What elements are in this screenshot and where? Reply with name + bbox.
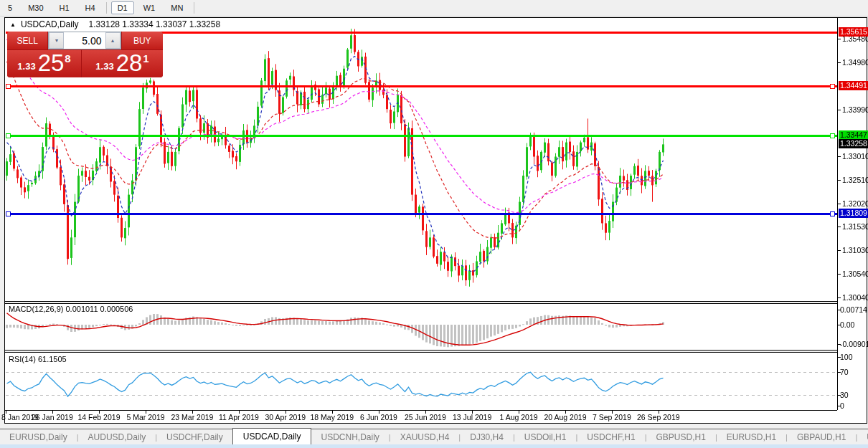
- price-axis-label: 1.30540: [842, 270, 868, 278]
- rsi-axis-label: 70: [840, 368, 849, 376]
- tab-usdoil-h1[interactable]: USDOil,H1: [515, 430, 576, 444]
- sell-price-pip: 8: [65, 52, 70, 65]
- rsi-axis-label: 30: [840, 391, 849, 399]
- date-axis-label: 6 Jun 2019: [360, 413, 397, 421]
- timeframe-button-H1[interactable]: H1: [53, 1, 76, 14]
- tab-usdchf-daily[interactable]: USDCHF,Daily: [157, 430, 232, 444]
- chart-ohlc-values: 1.33128 1.33334 1.33037 1.33258: [89, 19, 221, 29]
- tab-eurusd-h1[interactable]: EURUSD,H1: [717, 430, 786, 444]
- toolbar-separator: [106, 2, 107, 14]
- price-axis-label: 1.34980: [842, 58, 868, 67]
- tab-gbpaud-h1[interactable]: GBPAUD,H1: [788, 430, 855, 444]
- buy-price-pip: 1: [143, 52, 148, 65]
- price-badge-1.33258: 1.33258: [839, 139, 868, 148]
- macd-axis-label: 0.00: [840, 320, 854, 329]
- rsi-label: RSI(14) 61.1505: [9, 355, 67, 363]
- price-axis-label: 1.30040: [842, 293, 868, 302]
- date-axis-label: 23 Mar 2019: [171, 413, 214, 421]
- rsi-axis-label: 0: [840, 401, 844, 410]
- buy-price-prefix: 1.33: [95, 61, 113, 72]
- sell-button[interactable]: SELL: [7, 32, 47, 49]
- macd-label: MACD(12,26,9) 0.001011 0.000506: [9, 305, 133, 313]
- date-axis-label: 14 Feb 2019: [78, 413, 121, 421]
- date-axis-label: 20 Aug 2019: [544, 413, 587, 421]
- price-badge-1.34491: 1.34491: [839, 81, 868, 90]
- tab-dj30-h4[interactable]: DJ30,H4: [461, 430, 513, 444]
- buy-price-main: 28: [116, 51, 143, 75]
- volume-decrease-button[interactable]: ▼: [49, 32, 64, 49]
- date-axis-label: 5 Mar 2019: [127, 413, 165, 421]
- tab-usdcad-daily[interactable]: USDCAD,Daily: [232, 428, 312, 444]
- volume-group: ▼ 5.00 ▲: [48, 32, 121, 49]
- rsi-axis-label: 100: [840, 353, 853, 361]
- chart-title-row: ▲ USDCAD,Daily 1.33128 1.33334 1.33037 1…: [10, 19, 220, 29]
- price-axis-label: 1.33990: [842, 105, 868, 114]
- macd-axis-label: 0.00714: [840, 305, 867, 314]
- tab-eurusd-daily[interactable]: EURUSD,Daily: [0, 430, 77, 444]
- price-axis-label: 1.33010: [842, 152, 868, 161]
- date-axis-label: 26 Sep 2019: [637, 413, 680, 421]
- sell-price-button[interactable]: 1.33 25 8: [7, 50, 81, 77]
- date-axis-label: 7 Sep 2019: [593, 413, 631, 421]
- sell-price-main: 25: [38, 51, 65, 75]
- collapse-window-icon[interactable]: ▲: [10, 22, 16, 28]
- date-axis-label: 11 Apr 2019: [219, 413, 259, 421]
- price-axis-label: 1.32020: [842, 199, 868, 208]
- tab-xauusd-h4[interactable]: XAUUSD,H4: [391, 430, 459, 444]
- timeframe-button-5[interactable]: 5: [1, 1, 19, 14]
- toolbar-separator: [194, 2, 194, 14]
- buy-price-button[interactable]: 1.33 28 1: [82, 50, 163, 77]
- price-axis-label: 1.31030: [842, 246, 868, 254]
- date-axis-label: 26 Jan 2019: [32, 413, 73, 421]
- one-click-trade-panel: SELL ▼ 5.00 ▲ BUY 1.33 25 8 1.33 28 1: [7, 32, 163, 77]
- tab-usdjp[interactable]: USDJP: [857, 430, 868, 444]
- date-axis-label: 13 Jul 2019: [453, 413, 491, 421]
- price-badge-1.35615: 1.35615: [839, 27, 868, 37]
- timeframe-button-D1[interactable]: D1: [111, 1, 134, 14]
- tab-gbpusd-h1[interactable]: GBPUSD,H1: [647, 430, 715, 444]
- timeframe-button-W1[interactable]: W1: [137, 1, 162, 14]
- timeframe-button-MN[interactable]: MN: [164, 1, 189, 14]
- status-strip: [0, 444, 868, 448]
- volume-increase-button[interactable]: ▲: [105, 32, 121, 49]
- timeframe-button-M30[interactable]: M30: [22, 1, 49, 14]
- timeframe-button-H4[interactable]: H4: [79, 1, 102, 14]
- date-axis-label: 18 May 2019: [311, 413, 354, 421]
- price-axis-label: 1.32510: [842, 176, 868, 184]
- tab-usdcnh-daily[interactable]: USDCNH,Daily: [311, 430, 388, 444]
- tab-usdchf-h1[interactable]: USDCHF,H1: [577, 430, 644, 444]
- date-axis-label: 25 Jun 2019: [405, 413, 446, 421]
- chart-symbol-title: USDCAD,Daily: [21, 19, 79, 29]
- buy-button[interactable]: BUY: [122, 32, 163, 49]
- price-badge-1.31809: 1.31809: [839, 209, 868, 218]
- volume-input[interactable]: 5.00: [64, 32, 105, 49]
- sell-price-prefix: 1.33: [17, 61, 35, 72]
- macd-axis-label: -0.009015: [840, 340, 868, 348]
- price-axis-label: 1.31530: [842, 222, 868, 231]
- symbol-tab-bar: EURUSD,Daily|AUDUSD,Daily|USDCHF,DailyUS…: [0, 429, 868, 444]
- tab-audusd-daily[interactable]: AUDUSD,Daily: [79, 430, 156, 444]
- date-axis-label: 1 Aug 2019: [500, 413, 538, 421]
- date-axis-label: 30 Apr 2019: [265, 413, 306, 421]
- timeframe-toolbar: 5M30H1H4D1W1MN: [0, 0, 868, 16]
